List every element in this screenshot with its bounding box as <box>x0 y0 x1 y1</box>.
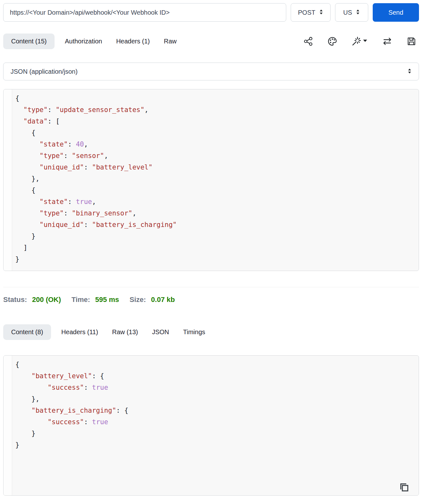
code-line: "battery_level": { <box>15 370 419 382</box>
request-body-code[interactable]: { "type": "update_sensor_states", "data"… <box>12 89 419 271</box>
code-line: "type": "sensor", <box>15 150 419 162</box>
save-icon[interactable] <box>407 36 416 46</box>
response-body-viewer: { "battery_level": { "success": true }, … <box>3 355 419 496</box>
code-line: "state": 40, <box>15 139 419 150</box>
size-value: 0.07 kb <box>151 296 175 304</box>
status-label: Status: <box>3 296 27 304</box>
tab-content-8[interactable]: Content (8) <box>3 324 51 340</box>
editor-gutter <box>4 89 12 271</box>
response-summary: Status: 200 (OK) Time: 595 ms Size: 0.07… <box>3 296 419 306</box>
code-line: { <box>15 127 419 139</box>
swap-arrows-icon[interactable] <box>382 36 392 47</box>
request-tabs: Content (15)AuthorizationHeaders (1)Raw <box>3 34 181 49</box>
request-body-editor: { "type": "update_sensor_states", "data"… <box>3 89 419 271</box>
code-line: } <box>15 439 419 451</box>
code-line: "unique_id": "battery_level" <box>15 162 419 173</box>
time-label: Time: <box>71 296 90 304</box>
tab-raw[interactable]: Raw <box>160 34 181 49</box>
response-tabs: Content (8)Headers (11)Raw (13)JSONTimin… <box>3 324 209 340</box>
code-line: ] <box>15 242 419 253</box>
tab-json[interactable]: JSON <box>148 324 173 340</box>
locale-select-value: US <box>343 9 352 16</box>
code-line: }, <box>15 173 419 184</box>
updown-arrows-icon <box>407 68 412 75</box>
code-line: } <box>15 230 419 242</box>
section-divider <box>3 287 419 287</box>
code-line: "type": "update_sensor_states", <box>15 104 419 116</box>
tab-timings[interactable]: Timings <box>179 324 209 340</box>
send-button[interactable]: Send <box>373 3 419 22</box>
code-line: }, <box>15 393 419 405</box>
status-value: 200 (OK) <box>32 296 61 304</box>
code-line: } <box>15 428 419 439</box>
request-tabs-row: Content (15)AuthorizationHeaders (1)Raw <box>3 34 419 49</box>
response-body-code: { "battery_level": { "success": true }, … <box>12 356 419 495</box>
tab-headers-1[interactable]: Headers (1) <box>112 34 154 49</box>
viewer-gutter <box>4 356 12 495</box>
code-line: "data": [ <box>15 116 419 127</box>
request-toolbar <box>303 36 419 47</box>
time-value: 595 ms <box>95 296 119 304</box>
method-select[interactable]: POST <box>291 3 331 22</box>
code-line: "success": true <box>15 382 419 393</box>
updown-arrows-icon <box>319 9 323 16</box>
copy-icon <box>398 490 410 494</box>
tab-raw-13[interactable]: Raw (13) <box>108 324 142 340</box>
locale-select[interactable]: US <box>335 3 368 22</box>
code-line: "success": true <box>15 416 419 428</box>
share-icon[interactable] <box>303 36 313 46</box>
copy-response-button[interactable] <box>398 481 410 493</box>
body-type-select[interactable]: JSON (application/json) <box>3 63 419 80</box>
code-line: "unique_id": "battery_is_charging" <box>15 219 419 230</box>
updown-arrows-icon <box>356 9 360 16</box>
code-line: } <box>15 253 419 265</box>
tab-headers-11[interactable]: Headers (11) <box>57 324 102 340</box>
body-type-select-value: JSON (application/json) <box>11 68 78 75</box>
tab-content-15[interactable]: Content (15) <box>3 34 55 49</box>
url-input[interactable] <box>3 3 286 22</box>
tab-authorization[interactable]: Authorization <box>61 34 106 49</box>
request-url-row: POST US Send <box>3 3 419 22</box>
magic-wand-dropdown-icon[interactable] <box>351 36 368 47</box>
api-tester-page: POST US Send Content (15)AuthorizationHe… <box>0 0 426 496</box>
response-tabs-row: Content (8)Headers (11)Raw (13)JSONTimin… <box>3 324 419 340</box>
code-line: "state": true, <box>15 196 419 207</box>
code-line: { <box>15 184 419 196</box>
code-line: { <box>15 93 419 104</box>
code-line: "battery_is_charging": { <box>15 405 419 416</box>
code-line: "type": "binary_sensor", <box>15 207 419 219</box>
code-line: { <box>15 359 419 370</box>
size-label: Size: <box>130 296 146 304</box>
palette-icon[interactable] <box>327 36 337 46</box>
method-select-value: POST <box>298 9 315 16</box>
